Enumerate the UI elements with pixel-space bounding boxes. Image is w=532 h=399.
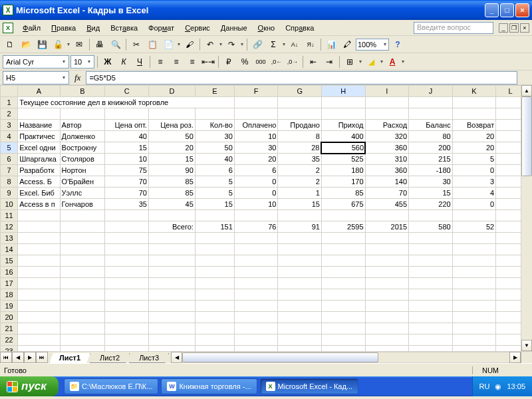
cell-G10[interactable]: 15 bbox=[278, 199, 322, 210]
italic-button[interactable]: К bbox=[116, 55, 131, 69]
cell-J16[interactable] bbox=[409, 267, 453, 278]
col-header-J[interactable]: J bbox=[409, 86, 453, 97]
cell-J17[interactable] bbox=[409, 278, 453, 289]
col-header-K[interactable]: K bbox=[452, 86, 496, 97]
cell-E4[interactable]: 30 bbox=[195, 131, 234, 142]
cell-I21[interactable] bbox=[365, 323, 409, 334]
cell-J9[interactable]: 15 bbox=[409, 188, 453, 199]
cell-J7[interactable]: -180 bbox=[409, 165, 453, 176]
taskbar-item-1[interactable]: WКнижная торговля -... bbox=[161, 378, 257, 394]
cell-K15[interactable] bbox=[452, 255, 496, 267]
col-header-E[interactable]: E bbox=[195, 86, 234, 97]
hscroll-thumb[interactable] bbox=[182, 352, 378, 362]
cell-C12[interactable] bbox=[105, 221, 149, 233]
row-header-4[interactable]: 4 bbox=[1, 131, 18, 142]
cell-G8[interactable]: 2 bbox=[278, 176, 322, 188]
row-header-6[interactable]: 6 bbox=[1, 154, 18, 165]
cell-C18[interactable] bbox=[105, 289, 149, 301]
cell-C19[interactable] bbox=[105, 301, 149, 312]
cell-H2[interactable] bbox=[321, 108, 365, 120]
row-header-16[interactable]: 16 bbox=[1, 267, 18, 278]
cell-J11[interactable] bbox=[409, 210, 453, 221]
cell-J13[interactable] bbox=[409, 233, 453, 244]
minimize-button[interactable]: _ bbox=[485, 3, 499, 17]
cell-K11[interactable] bbox=[452, 210, 496, 221]
cell-C22[interactable] bbox=[105, 334, 149, 346]
redo-button[interactable]: ↷ bbox=[224, 37, 239, 52]
cell-E10[interactable]: 15 bbox=[195, 199, 234, 210]
cell-G7[interactable]: 2 bbox=[278, 165, 322, 176]
cell-E2[interactable] bbox=[195, 108, 234, 120]
cell-C14[interactable] bbox=[105, 244, 149, 255]
cell-A10[interactable]: Access в п bbox=[18, 199, 60, 210]
ask-question-input[interactable]: Введите вопрос bbox=[414, 22, 493, 34]
cell-K7[interactable]: 0 bbox=[452, 165, 496, 176]
col-header-A[interactable]: A bbox=[18, 86, 60, 97]
cell-A21[interactable] bbox=[18, 323, 60, 334]
cell-C8[interactable]: 70 bbox=[105, 176, 149, 188]
maximize-button[interactable]: □ bbox=[500, 3, 514, 17]
cell-E20[interactable] bbox=[195, 312, 234, 323]
cell-I22[interactable] bbox=[365, 334, 409, 346]
col-header-D[interactable]: D bbox=[148, 86, 195, 97]
cell-D16[interactable] bbox=[148, 267, 195, 278]
cell-F3[interactable]: Оплачено bbox=[234, 120, 278, 131]
cell-A13[interactable] bbox=[18, 233, 60, 244]
font-size-select[interactable]: 10▾ bbox=[70, 55, 94, 68]
borders-button[interactable]: ⊞ bbox=[342, 55, 357, 69]
cell-E18[interactable] bbox=[195, 289, 234, 301]
chart-wizard-button[interactable]: 📊 bbox=[324, 37, 338, 52]
cell-G2[interactable] bbox=[278, 108, 322, 120]
menu-insert[interactable]: Вставка bbox=[105, 23, 143, 33]
cell-J15[interactable] bbox=[409, 255, 453, 267]
cell-K21[interactable] bbox=[452, 323, 496, 334]
cell-B7[interactable]: Нортон bbox=[60, 165, 105, 176]
cell-F16[interactable] bbox=[234, 267, 278, 278]
zoom-select[interactable]: 100%▾ bbox=[356, 39, 389, 51]
underline-button[interactable]: Ч bbox=[132, 55, 147, 69]
percent-button[interactable]: % bbox=[237, 55, 252, 69]
cut-button[interactable]: ✂ bbox=[129, 37, 144, 52]
cell-F6[interactable]: 20 bbox=[234, 154, 278, 165]
cell-G5[interactable]: 28 bbox=[278, 142, 322, 154]
row-header-3[interactable]: 3 bbox=[1, 120, 18, 131]
cell-I5[interactable]: 360 bbox=[365, 142, 409, 154]
cell-D4[interactable]: 50 bbox=[148, 131, 195, 142]
merge-center-button[interactable]: ⇤⇥ bbox=[201, 55, 215, 69]
cell-F12[interactable]: 76 bbox=[234, 221, 278, 233]
cell-G21[interactable] bbox=[278, 323, 322, 334]
cell-G4[interactable]: 8 bbox=[278, 131, 322, 142]
paste-button[interactable]: 📄 bbox=[161, 37, 176, 52]
menu-tools[interactable]: Сервис bbox=[180, 23, 215, 33]
cell-D18[interactable] bbox=[148, 289, 195, 301]
cell-F19[interactable] bbox=[234, 301, 278, 312]
col-header-I[interactable]: I bbox=[365, 86, 409, 97]
cell-E17[interactable] bbox=[195, 278, 234, 289]
row-header-14[interactable]: 14 bbox=[1, 244, 18, 255]
drawing-button[interactable]: 🖍 bbox=[340, 37, 354, 52]
cell-K4[interactable]: 20 bbox=[452, 131, 496, 142]
doc-restore-button[interactable]: ❐ bbox=[509, 23, 519, 33]
sheet-tab-Лист1[interactable]: Лист1 bbox=[49, 353, 90, 363]
cell-I13[interactable] bbox=[365, 233, 409, 244]
cell-I19[interactable] bbox=[365, 301, 409, 312]
row-header-20[interactable]: 20 bbox=[1, 312, 18, 323]
cell-F7[interactable]: 6 bbox=[234, 165, 278, 176]
doc-minimize-button[interactable]: _ bbox=[499, 23, 508, 33]
undo-button[interactable]: ↶ bbox=[203, 37, 217, 52]
cell-H15[interactable] bbox=[321, 255, 365, 267]
cell-K8[interactable]: 3 bbox=[452, 176, 496, 188]
cell-I16[interactable] bbox=[365, 267, 409, 278]
decrease-decimal-button[interactable]: ,0→ bbox=[285, 55, 300, 69]
cell-I17[interactable] bbox=[365, 278, 409, 289]
cell-D6[interactable]: 15 bbox=[148, 154, 195, 165]
cell-H8[interactable]: 170 bbox=[321, 176, 365, 188]
cell-C11[interactable] bbox=[105, 210, 149, 221]
hyperlink-button[interactable]: 🔗 bbox=[250, 37, 265, 52]
cell-D15[interactable] bbox=[148, 255, 195, 267]
cell-G17[interactable] bbox=[278, 278, 322, 289]
cell-H20[interactable] bbox=[321, 312, 365, 323]
cell-A16[interactable] bbox=[18, 267, 60, 278]
row-header-18[interactable]: 18 bbox=[1, 289, 18, 301]
cell-A22[interactable] bbox=[18, 334, 60, 346]
